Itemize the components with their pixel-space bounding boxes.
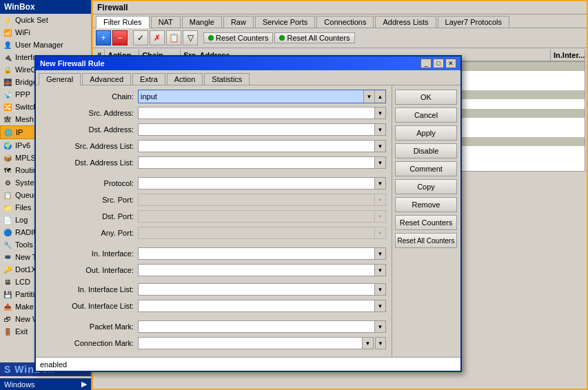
sidebar-item-user-manager[interactable]: 👤 User Manager (0, 39, 91, 51)
radius-icon: 🔵 (3, 227, 12, 237)
protocol-select[interactable]: ▼ (138, 177, 386, 189)
dst-address-row: Dst. Address: ▼ (41, 123, 386, 136)
protocol-dropdown-icon[interactable]: ▼ (374, 178, 385, 189)
dst-port-label: Dst. Port: (41, 212, 138, 220)
scroll-down-btn[interactable]: ▼ (375, 337, 386, 349)
dialog-status-bar: enabled (36, 357, 460, 371)
chain-input-wrapper: ▼ ▲ (138, 90, 386, 103)
tab-layer7[interactable]: Layer7 Protocols (438, 16, 510, 28)
dialog-maximize-button[interactable]: □ (433, 59, 444, 68)
reset-counters-button[interactable]: Reset Counters (203, 32, 273, 43)
sidebar-item-label: MPLS (15, 154, 36, 162)
src-address-value (139, 112, 374, 114)
firewall-title: Firewall (93, 1, 587, 14)
connection-mark-dropdown-icon[interactable]: ▼ (362, 338, 373, 349)
src-address-select[interactable]: ▼ (138, 107, 386, 119)
sidebar-item-label: IPv6 (15, 141, 30, 150)
reset-all-counters-button[interactable]: Reset All Counters (274, 32, 354, 43)
filter-button[interactable]: ▽ (183, 30, 198, 45)
disable-button[interactable]: Disable (395, 143, 457, 158)
sidebar-item-label: User Manager (15, 41, 63, 49)
dialog-tab-general[interactable]: General (39, 73, 81, 85)
sidebar-item-label: IP (16, 128, 23, 136)
enable-rule-button[interactable]: ✓ (133, 30, 148, 45)
tab-address-lists[interactable]: Address Lists (375, 16, 436, 28)
src-port-row: Src. Port: ▼ (41, 193, 386, 207)
out-interface-select[interactable]: ▼ (138, 264, 386, 276)
dst-address-list-select[interactable]: ▼ (138, 156, 386, 169)
chain-input[interactable] (139, 90, 363, 103)
tab-connections[interactable]: Connections (316, 16, 374, 28)
out-interface-list-select[interactable]: ▼ (138, 300, 386, 312)
tab-raw[interactable]: Raw (223, 16, 254, 28)
partition-icon: 💾 (3, 289, 12, 299)
remove-button[interactable]: Remove (395, 197, 457, 212)
src-address-row: Src. Address: ▼ (41, 106, 386, 120)
comment-button[interactable]: Comment (395, 161, 457, 176)
copy-button[interactable]: Copy (395, 179, 457, 194)
out-interface-list-dropdown-icon[interactable]: ▼ (374, 300, 385, 311)
sidebar-item-label: Tools (15, 240, 33, 249)
sidebar-item-quick-set[interactable]: ⚡ Quick Set (0, 14, 91, 26)
tab-filter-rules[interactable]: Filter Rules (96, 16, 150, 28)
packet-mark-select[interactable]: ▼ (138, 320, 386, 333)
dialog-minimize-button[interactable]: _ (420, 59, 432, 68)
src-address-list-label: Src. Address List: (41, 142, 138, 150)
dialog-tab-extra[interactable]: Extra (132, 73, 165, 85)
sidebar-item-wifi[interactable]: 📶 WiFi (0, 26, 91, 39)
in-interface-dropdown-icon[interactable]: ▼ (374, 248, 385, 259)
dot1x-icon: 🔑 (3, 265, 12, 274)
out-interface-dropdown-icon[interactable]: ▼ (374, 265, 385, 276)
chain-label: Chain: (41, 92, 138, 101)
windows-arrow-icon: ▶ (81, 380, 87, 389)
dst-address-select[interactable]: ▼ (138, 123, 386, 136)
tab-mangle[interactable]: Mangle (182, 16, 222, 28)
sidebar-item-label: Mesh (15, 115, 34, 123)
chain-add-btn[interactable]: ▲ (374, 90, 385, 103)
src-address-dropdown-icon[interactable]: ▼ (374, 107, 385, 119)
dialog-status-text: enabled (40, 360, 67, 369)
tab-service-ports[interactable]: Service Ports (255, 16, 315, 28)
reset-counters-label: Reset Counters (216, 34, 268, 42)
tab-nat[interactable]: NAT (151, 16, 181, 28)
sidebar-title: WinBox (4, 2, 35, 12)
copy-rule-button[interactable]: 📋 (166, 30, 181, 45)
system-icon: ⚙ (3, 178, 12, 187)
disable-rule-button[interactable]: ✗ (150, 30, 165, 45)
reset-all-counters-btn[interactable]: Reset All Counters (395, 233, 457, 248)
in-interface-list-select[interactable]: ▼ (138, 283, 386, 296)
switch-icon: 🔀 (3, 102, 12, 112)
reset-all-counters-dot (279, 35, 285, 41)
remove-rule-button[interactable]: − (112, 30, 128, 45)
routing-icon: 🗺 (3, 165, 12, 175)
dialog-title: New Firewall Rule (40, 59, 105, 68)
in-interface-list-dropdown-icon[interactable]: ▼ (374, 284, 385, 295)
packet-mark-dropdown-icon[interactable]: ▼ (374, 321, 385, 332)
ok-button[interactable]: OK (395, 90, 457, 105)
connection-mark-select[interactable]: ▼ (138, 337, 374, 349)
dst-address-list-dropdown-icon[interactable]: ▼ (374, 157, 385, 168)
in-interface-select[interactable]: ▼ (138, 247, 386, 260)
cancel-button[interactable]: Cancel (395, 107, 457, 123)
dialog-form: Chain: ▼ ▲ Src. Address: ▼ (36, 85, 392, 361)
add-rule-button[interactable]: + (96, 30, 111, 45)
dialog-close-button[interactable]: ✕ (445, 59, 456, 68)
dialog-tab-advanced[interactable]: Advanced (82, 73, 131, 85)
src-address-list-select[interactable]: ▼ (138, 140, 386, 152)
dialog-tab-statistics[interactable]: Statistics (204, 73, 250, 85)
reset-counters-btn[interactable]: Reset Counters (395, 215, 457, 230)
dialog-tab-action[interactable]: Action (167, 73, 203, 85)
dialog-tab-bar: General Advanced Extra Action Statistics (36, 70, 460, 85)
out-interface-label: Out. Interface: (41, 266, 138, 274)
dst-port-row: Dst. Port: ▼ (41, 209, 386, 223)
dst-address-list-label: Dst. Address List: (41, 158, 138, 167)
log-icon: 📄 (3, 215, 12, 225)
apply-button[interactable]: Apply (395, 125, 457, 141)
in-interface-label: In. Interface: (41, 249, 138, 258)
chain-dropdown-btn[interactable]: ▼ (363, 90, 374, 103)
new-firewall-rule-dialog: New Firewall Rule _ □ ✕ General Advanced… (34, 55, 462, 372)
dst-address-dropdown-icon[interactable]: ▼ (374, 124, 385, 135)
src-address-list-dropdown-icon[interactable]: ▼ (374, 141, 385, 152)
sidebar-footer[interactable]: Windows ▶ (0, 378, 91, 390)
mpls-icon: 📦 (3, 153, 12, 163)
